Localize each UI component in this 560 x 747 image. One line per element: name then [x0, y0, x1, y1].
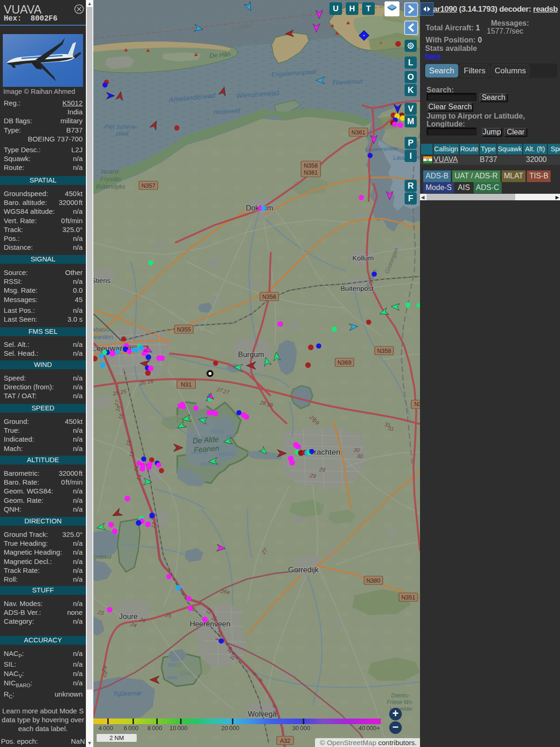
- svg-text:26: 26: [139, 380, 146, 386]
- svg-text:Burgum: Burgum: [238, 351, 264, 359]
- svg-text:Stiens: Stiens: [93, 276, 111, 284]
- svg-text:Kollum: Kollum: [352, 254, 374, 262]
- svg-text:Tsjûkemar: Tsjûkemar: [113, 690, 142, 698]
- svg-text:Fryslân: Fryslân: [100, 176, 121, 183]
- svg-text:abasis: abasis: [93, 326, 110, 333]
- svg-text:N380: N380: [366, 578, 380, 584]
- svg-text:N3: N3: [414, 401, 420, 408]
- svg-text:Heerenveen: Heerenveen: [189, 620, 230, 628]
- svg-text:ergebied: ergebied: [93, 553, 112, 560]
- svg-text:N355: N355: [177, 326, 191, 333]
- svg-text:Gorredijk: Gorredijk: [288, 566, 319, 574]
- svg-text:N358: N358: [377, 348, 391, 354]
- svg-text:30: 30: [353, 447, 360, 453]
- svg-text:N369: N369: [337, 359, 351, 366]
- svg-text:30: 30: [357, 453, 363, 459]
- svg-text:26: 26: [147, 378, 154, 385]
- svg-text:Joure: Joure: [119, 613, 138, 620]
- svg-text:Friese Wo: Friese Wo: [387, 699, 413, 705]
- svg-text:Lauwersmeer: Lauwersmeer: [365, 146, 399, 152]
- svg-text:plaat: plaat: [115, 130, 129, 137]
- svg-text:N356: N356: [262, 294, 276, 300]
- svg-text:N361: N361: [304, 169, 318, 176]
- svg-text:N357: N357: [141, 183, 155, 189]
- svg-text:N358: N358: [304, 162, 318, 169]
- svg-text:Bûtendyks: Bûtendyks: [96, 183, 125, 190]
- svg-text:A32: A32: [280, 738, 290, 744]
- svg-text:31: 31: [387, 425, 394, 432]
- svg-text:N351: N351: [401, 594, 415, 601]
- svg-text:Piet Scheve-: Piet Scheve-: [105, 124, 138, 130]
- svg-text:28: 28: [266, 402, 273, 408]
- svg-text:29: 29: [318, 466, 326, 473]
- svg-text:N361: N361: [351, 129, 365, 136]
- svg-text:29: 29: [309, 472, 316, 479]
- svg-text:28: 28: [259, 400, 266, 406]
- svg-text:Drents-: Drents-: [391, 692, 409, 699]
- svg-text:Noard-: Noard-: [101, 168, 120, 175]
- svg-text:warden: warden: [93, 333, 113, 340]
- svg-text:N31: N31: [181, 381, 192, 388]
